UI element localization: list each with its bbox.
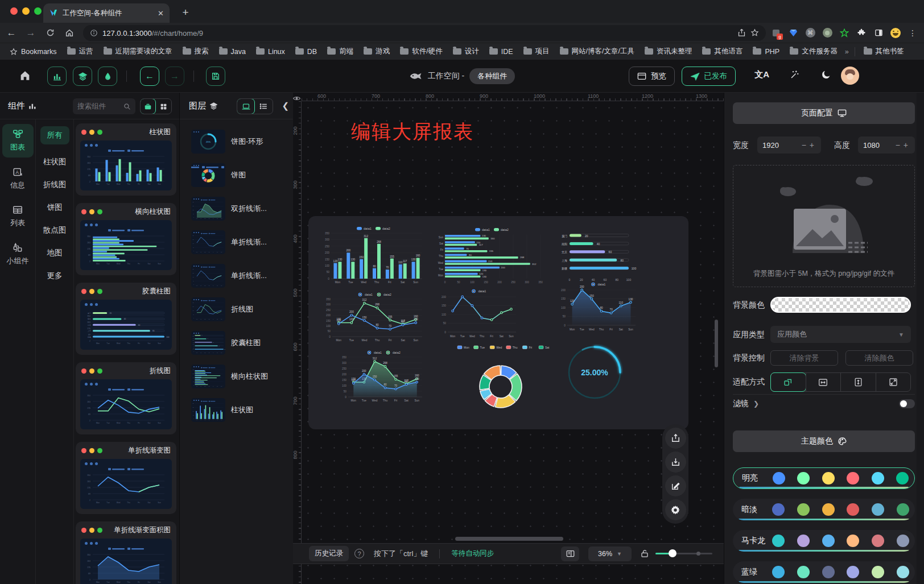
theme-color-dot[interactable] — [896, 472, 909, 484]
chart-capsule[interactable]: 厦门20南阳40北京60上海80新疆100020406080100 — [555, 229, 640, 285]
search-input[interactable]: 搜索组件 — [73, 98, 135, 114]
app-home-icon[interactable] — [19, 69, 31, 82]
layout-panel-button[interactable] — [561, 546, 579, 561]
theme-color-dot[interactable] — [847, 566, 859, 578]
dashboard-board[interactable]: data1data2050100150200250300350Mon120130… — [308, 216, 688, 429]
bookmark-item[interactable]: » — [844, 46, 850, 57]
sidebar-item-图表[interactable]: 图表 — [2, 124, 34, 158]
share-icon[interactable] — [737, 28, 746, 37]
bookmark-item[interactable]: Linux — [252, 46, 289, 57]
new-tab-button[interactable]: + — [178, 5, 193, 20]
bookmark-item[interactable]: 设计 — [449, 45, 483, 58]
sidebar-item-小组件[interactable]: 小组件 — [2, 238, 34, 271]
category-地图[interactable]: 地图 — [47, 248, 63, 258]
chart-bar-horizontal[interactable]: data1data2050100150200250300350Mon120130… — [431, 225, 549, 288]
component-card-胶囊柱图[interactable]: 胶囊柱图350263176892MonTueWedThuFriSatSun厦门2… — [76, 283, 176, 355]
bookmark-item[interactable]: 前端 — [323, 45, 357, 58]
theme-color-dot[interactable] — [847, 535, 859, 547]
sidebar-item-信息[interactable]: A信息 — [2, 162, 34, 196]
chart-bar-grouped[interactable]: data1data2050100150200250300350Mon120130… — [319, 224, 427, 288]
list-view-toggle[interactable] — [254, 99, 273, 114]
page-config-header[interactable]: 页面配置 — [733, 102, 915, 124]
settings-gear-button[interactable] — [665, 499, 686, 520]
export-upload-button[interactable] — [665, 428, 686, 449]
clear-background-button[interactable]: 清除背景 — [770, 350, 838, 366]
bookmark-star-icon[interactable] — [750, 28, 759, 37]
lock-icon[interactable] — [641, 549, 649, 558]
layer-item[interactable]: 350263176892MonTueWedThuFriSatSun双折线渐... — [191, 197, 267, 221]
layer-item[interactable]: 350263176892MonTueWedThuFriSatSun厦门20南阳4… — [191, 331, 261, 355]
redo-button[interactable]: → — [165, 67, 184, 86]
canvas-horizontal-scrollbar[interactable] — [455, 537, 563, 541]
settings-scrollbar-gutter[interactable] — [917, 93, 924, 584]
category-柱状图[interactable]: 柱状图 — [43, 157, 67, 167]
site-info-icon[interactable] — [90, 29, 98, 37]
width-plus-icon[interactable]: + — [808, 140, 816, 150]
close-window-button[interactable] — [10, 7, 18, 15]
bookmark-item[interactable]: Java — [215, 46, 250, 57]
sidepanel-icon[interactable] — [873, 27, 884, 39]
chart-donut[interactable]: MonTueWedThuFriSatSun — [451, 342, 551, 413]
bookmark-item[interactable]: PHP — [749, 46, 783, 57]
width-minus-icon[interactable]: − — [800, 140, 808, 150]
theme-color-dot[interactable] — [772, 503, 785, 516]
theme-row-暗淡[interactable]: 暗淡 — [733, 499, 915, 520]
tab-close-icon[interactable]: ✕ — [158, 9, 164, 18]
maximize-window-button[interactable] — [34, 7, 42, 15]
component-card-折线图[interactable]: 折线图350263176892MonTueWedThuFriSatSun — [76, 362, 176, 434]
address-bar[interactable]: 127.0.0.1:3000/#/chart/home/9 — [83, 25, 766, 41]
sidebar-item-列表[interactable]: 列表 — [2, 200, 34, 233]
layer-item[interactable]: 350263176892MonTueWedThuFriSatSun柱状图 — [191, 398, 253, 422]
height-minus-icon[interactable]: − — [894, 140, 902, 150]
background-upload-dropzone[interactable]: 背景图需小于 5M，格式为 png/jpg/gif 的文件 — [733, 165, 915, 287]
minimize-window-button[interactable] — [22, 7, 30, 15]
fit-width-button[interactable] — [806, 373, 841, 391]
bookmark-item[interactable]: 网站/博客/文章/工具 — [556, 45, 638, 58]
back-icon[interactable]: ← — [3, 25, 19, 41]
bookmark-item[interactable]: 其他语言 — [698, 45, 746, 58]
theme-row-蓝绿[interactable]: 蓝绿 — [733, 561, 915, 583]
component-card-单折线渐变图[interactable]: 单折线渐变图350263176892MonTueWedThuFriSatSun — [76, 442, 176, 514]
extension-star-icon[interactable] — [839, 27, 850, 39]
chart-line-single[interactable]: data1050100150200MonTueWedThuFriSatSun — [435, 285, 521, 342]
height-plus-icon[interactable]: + — [902, 140, 910, 150]
width-stepper[interactable]: 1920−+ — [757, 136, 821, 154]
help-icon[interactable]: ? — [354, 549, 364, 558]
extension-gem-icon[interactable] — [787, 27, 799, 39]
theme-color-dot[interactable] — [872, 472, 884, 484]
thumbnail-view-toggle[interactable] — [237, 98, 255, 114]
background-color-swatch[interactable] — [770, 297, 911, 313]
project-name-badge[interactable]: 各种组件 — [469, 68, 515, 84]
filter-toggle[interactable] — [899, 399, 915, 408]
collapse-layers-icon[interactable]: ❮ — [282, 101, 289, 111]
theme-color-dot[interactable] — [772, 535, 785, 547]
component-card-柱状图[interactable]: 柱状图350263176892MonTueWedThuFriSatSun — [76, 123, 176, 196]
bookmark-item[interactable]: 其他书签 — [860, 45, 908, 58]
layer-item[interactable]: 350263176892MonTueWedThuFriSatSun横向柱状图 — [191, 365, 268, 388]
theme-row-明亮[interactable]: 明亮 — [733, 467, 915, 489]
dark-mode-moon-icon[interactable] — [821, 69, 831, 80]
layer-item[interactable]: 350263176892MonTueWedThuFriSatSun单折线渐... — [191, 264, 267, 288]
canvas-vertical-scrollbar[interactable] — [715, 320, 718, 367]
theme-color-dot[interactable] — [822, 472, 835, 484]
theme-color-dot[interactable] — [797, 566, 810, 578]
home-icon[interactable] — [61, 25, 77, 41]
theme-color-dot[interactable] — [822, 566, 835, 578]
theme-color-dot[interactable] — [872, 535, 884, 547]
category-折线图[interactable]: 折线图 — [43, 180, 67, 190]
theme-color-dot[interactable] — [847, 503, 859, 516]
theme-color-dot[interactable] — [772, 566, 785, 578]
chart-line-dual[interactable]: data1data2050100150200250300350130130312… — [320, 290, 427, 346]
component-card-单折线渐变面积图[interactable]: 单折线渐变面积图350263176892MonTueWedThuFriSatSu… — [76, 521, 176, 584]
category-散点图[interactable]: 散点图 — [43, 225, 67, 235]
theme-color-dot[interactable] — [897, 566, 909, 578]
extension-g-icon[interactable]: g — [770, 27, 782, 39]
browser-menu-icon[interactable]: ⋮ — [907, 27, 918, 39]
bookmark-item[interactable]: IDE — [485, 46, 517, 57]
height-stepper[interactable]: 1080−+ — [858, 136, 915, 154]
bookmark-item[interactable]: 近期需要读的文章 — [100, 45, 176, 58]
bookmark-item[interactable]: 游戏 — [360, 45, 394, 58]
chart-progress-ring[interactable]: 25.00% — [559, 337, 630, 408]
browser-tab[interactable]: 工作空间-各种组件 ✕ — [43, 3, 170, 23]
undo-button[interactable]: ← — [140, 67, 159, 86]
